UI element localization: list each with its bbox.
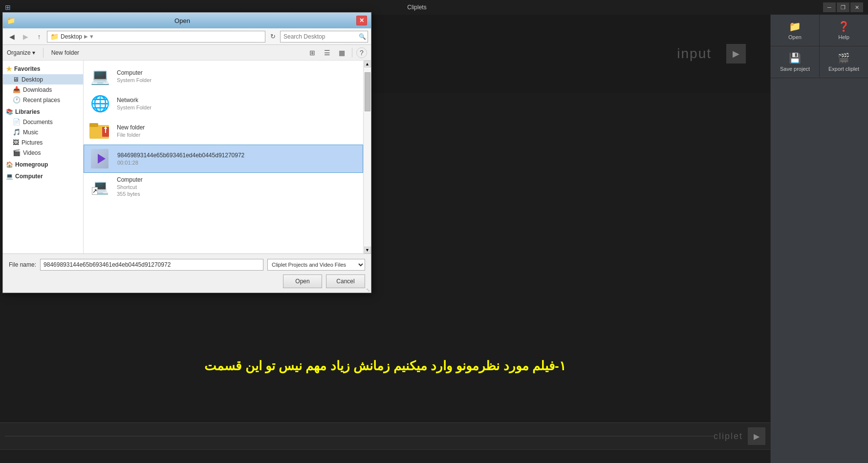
dialog-help-button[interactable]: ? [356, 47, 367, 58]
scrollbar-thumb[interactable] [365, 72, 370, 111]
open-dialog: 📁 Open ✕ ◀ ▶ ↑ 📁 Desktop ▶ ▾ ↻ 🔍 Orga [2, 12, 371, 293]
file-item-network[interactable]: 🌐 Network System Folder [84, 90, 363, 117]
homegroup-header[interactable]: 🏠 Homegroup [3, 160, 83, 169]
play-cliplet-icon: ▶ [754, 432, 760, 441]
nav-item-pictures[interactable]: 🖼 Pictures [3, 137, 83, 147]
pictures-icon: 🖼 [13, 139, 19, 146]
nav-item-music[interactable]: 🎵 Music [3, 127, 83, 137]
view-preview-button[interactable]: ▦ [335, 47, 348, 58]
file-info-network: Network System Folder [117, 97, 152, 110]
open-button[interactable]: 📁 Open [771, 15, 820, 46]
computer-header[interactable]: 💻 Computer [3, 171, 83, 181]
address-dropdown-button[interactable]: ▾ [90, 33, 93, 40]
export-icon: 🎬 [838, 52, 850, 64]
file-item-computer[interactable]: 💻 Computer System Folder [84, 63, 363, 90]
dialog-address-bar: ◀ ▶ ↑ 📁 Desktop ▶ ▾ ↻ 🔍 [3, 28, 371, 45]
svg-rect-4 [105, 129, 106, 133]
organize-button[interactable]: Organize ▾ [7, 49, 35, 56]
file-info-video: 98469893144e65b693461ed4eb0445d91270972 … [117, 152, 244, 166]
computer-nav-label: Computer [15, 173, 43, 180]
file-list-scrollbar: ▲ ▼ [363, 61, 371, 253]
address-arrow: ▶ [84, 34, 88, 39]
address-box[interactable]: 📁 Desktop ▶ ▾ [47, 31, 265, 42]
homegroup-label: Homegroup [15, 161, 48, 168]
nav-item-desktop[interactable]: 🖥 Desktop [3, 74, 83, 84]
scrollbar-down-button[interactable]: ▼ [364, 247, 371, 253]
toolbar-row-1: 📁 Open ❓ Help [771, 15, 868, 46]
recent-icon: 🕐 [13, 96, 21, 104]
back-button[interactable]: ◀ [6, 31, 18, 42]
documents-label: Documents [23, 119, 53, 126]
export-cliplet-label: Export cliplet [828, 66, 859, 72]
file-item-video[interactable]: 98469893144e65b693461ed4eb0445d91270972 … [84, 145, 363, 173]
libraries-icon: 📚 [6, 108, 13, 115]
file-icon-new-folder [88, 120, 112, 142]
dialog-resize-handle[interactable]: ⤡ [365, 287, 371, 293]
file-meta-video: 00:01:28 [117, 160, 244, 166]
help-label: Help [838, 34, 849, 40]
nav-item-downloads[interactable]: 📥 Downloads [3, 84, 83, 95]
dialog-close-button[interactable]: ✕ [356, 16, 367, 25]
file-icon-computer-shortcut: 💻↗ [88, 176, 112, 197]
dialog-cancel-button[interactable]: Cancel [326, 274, 365, 288]
nav-item-recent-places[interactable]: 🕐 Recent places [3, 95, 83, 105]
view-toggle-button[interactable]: ⊞ [306, 47, 319, 58]
refresh-button[interactable]: ↻ [267, 31, 278, 42]
restore-button[interactable]: ❐ [837, 2, 849, 12]
open-label: Open [788, 34, 802, 40]
view-details-button[interactable]: ☰ [321, 47, 333, 58]
play-input-button[interactable]: ▶ [726, 44, 746, 63]
dialog-title: Open [18, 17, 347, 24]
favorites-group: ★ Favorites 🖥 Desktop 📥 Downloads 🕐 Rece… [3, 63, 83, 105]
music-icon: 🎵 [13, 128, 21, 136]
scrollbar-track [364, 67, 371, 247]
downloads-label: Downloads [23, 86, 52, 93]
favorites-star-icon: ★ [6, 65, 12, 73]
file-item-computer-shortcut[interactable]: 💻↗ Computer Shortcut 355 bytes [84, 173, 363, 200]
favorites-header[interactable]: ★ Favorites [3, 63, 83, 74]
new-folder-button[interactable]: New folder [51, 49, 79, 56]
toolbar-row-2: 💾 Save project 🎬 Export cliplet [771, 46, 868, 78]
input-label: input [677, 46, 712, 62]
libraries-header[interactable]: 📚 Libraries [3, 107, 83, 117]
search-icon: 🔍 [359, 33, 366, 40]
file-item-new-folder[interactable]: New folder File folder [84, 117, 363, 145]
scrollbar-up-button[interactable]: ▲ [364, 61, 371, 67]
file-type-select[interactable]: Cliplet Projects and Video Files All Fil… [267, 259, 365, 271]
forward-button[interactable]: ▶ [20, 31, 31, 42]
file-info-new-folder: New folder File folder [117, 124, 145, 138]
file-meta-network: System Folder [117, 105, 152, 110]
dialog-open-button[interactable]: Open [283, 274, 322, 288]
file-meta-new-folder: File folder [117, 132, 145, 138]
video-file-svg-icon [90, 148, 111, 169]
desktop-label: Desktop [22, 76, 43, 83]
file-name-computer: Computer [117, 69, 152, 76]
search-box[interactable]: 🔍 [280, 31, 368, 42]
file-meta-computer-shortcut: Shortcut [117, 184, 143, 190]
computer-nav-icon: 💻 [6, 173, 13, 180]
nav-item-documents[interactable]: 📄 Documents [3, 117, 83, 127]
nav-item-videos[interactable]: 🎬 Videos [3, 147, 83, 158]
file-list-container: 💻 Computer System Folder 🌐 Net [84, 61, 371, 253]
search-input[interactable] [283, 33, 357, 40]
nav-panel: ★ Favorites 🖥 Desktop 📥 Downloads 🕐 Rece… [3, 61, 84, 253]
export-cliplet-button[interactable]: 🎬 Export cliplet [820, 46, 868, 78]
close-button[interactable]: ✕ [850, 2, 863, 12]
downloads-icon: 📥 [13, 86, 21, 93]
help-button[interactable]: ❓ Help [820, 15, 868, 46]
libraries-label: Libraries [15, 108, 40, 115]
app-title: Cliplets [11, 4, 823, 11]
file-info-computer-shortcut: Computer Shortcut 355 bytes [117, 176, 143, 197]
up-button[interactable]: ↑ [33, 31, 45, 42]
organize-label: Organize [7, 49, 31, 56]
minimize-button[interactable]: ─ [823, 2, 836, 12]
save-icon: 💾 [789, 52, 801, 64]
file-name-input[interactable] [40, 259, 263, 271]
toolbar-spacer [771, 78, 868, 463]
play-cliplet-button[interactable]: ▶ [748, 427, 765, 445]
file-name-new-folder: New folder [117, 124, 145, 131]
save-project-button[interactable]: 💾 Save project [771, 46, 820, 78]
dialog-bottom: File name: Cliplet Projects and Video Fi… [3, 253, 371, 293]
file-name-video: 98469893144e65b693461ed4eb0445d91270972 [117, 152, 244, 159]
file-size-computer-shortcut: 355 bytes [117, 191, 143, 197]
